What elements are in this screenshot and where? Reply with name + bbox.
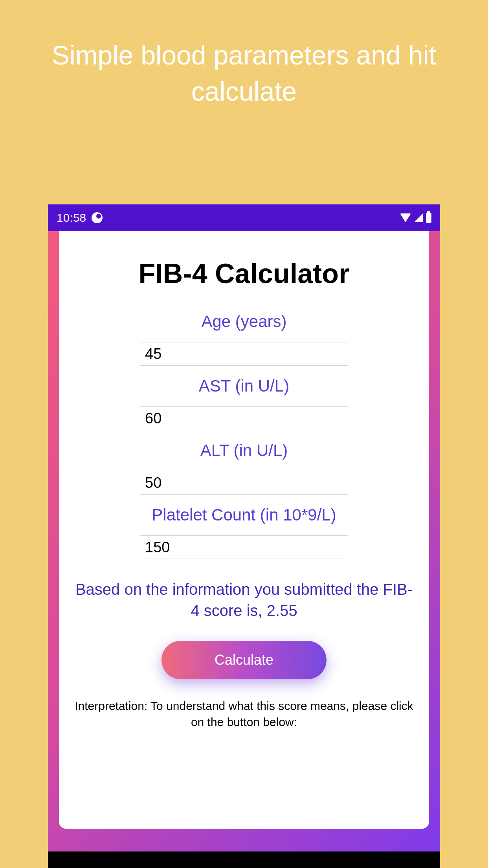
ast-label: AST (in U/L) bbox=[199, 377, 289, 395]
battery-icon bbox=[426, 213, 431, 223]
age-group: Age (years) bbox=[71, 312, 417, 366]
wifi-icon bbox=[400, 213, 411, 222]
alt-label: ALT (in U/L) bbox=[200, 441, 288, 460]
android-nav-bar bbox=[48, 851, 440, 868]
calculate-button[interactable]: Calculate bbox=[161, 641, 327, 679]
platelet-input[interactable] bbox=[140, 535, 348, 559]
do-not-disturb-icon bbox=[92, 212, 103, 223]
platelet-group: Platelet Count (in 10*9/L) bbox=[71, 506, 417, 559]
ast-group: AST (in U/L) bbox=[71, 377, 417, 430]
status-bar: 10:58 bbox=[48, 204, 440, 231]
result-text: Based on the information you submitted t… bbox=[71, 579, 417, 621]
phone-frame: 10:58 FIB-4 Calculator Age (years) AST (… bbox=[48, 204, 440, 868]
interpretation-text: Interpretation: To understand what this … bbox=[71, 698, 417, 730]
alt-input[interactable] bbox=[140, 471, 348, 495]
status-time: 10:58 bbox=[57, 211, 86, 224]
age-label: Age (years) bbox=[201, 312, 286, 331]
status-left: 10:58 bbox=[57, 211, 103, 224]
age-input[interactable] bbox=[140, 342, 348, 366]
status-right bbox=[400, 213, 431, 223]
promo-headline: Simple blood parameters and hit calculat… bbox=[0, 0, 488, 110]
ast-input[interactable] bbox=[140, 406, 348, 430]
app-title: FIB-4 Calculator bbox=[139, 258, 350, 289]
app-card: FIB-4 Calculator Age (years) AST (in U/L… bbox=[59, 231, 429, 829]
platelet-label: Platelet Count (in 10*9/L) bbox=[152, 506, 336, 524]
alt-group: ALT (in U/L) bbox=[71, 441, 417, 495]
signal-icon bbox=[414, 213, 423, 222]
